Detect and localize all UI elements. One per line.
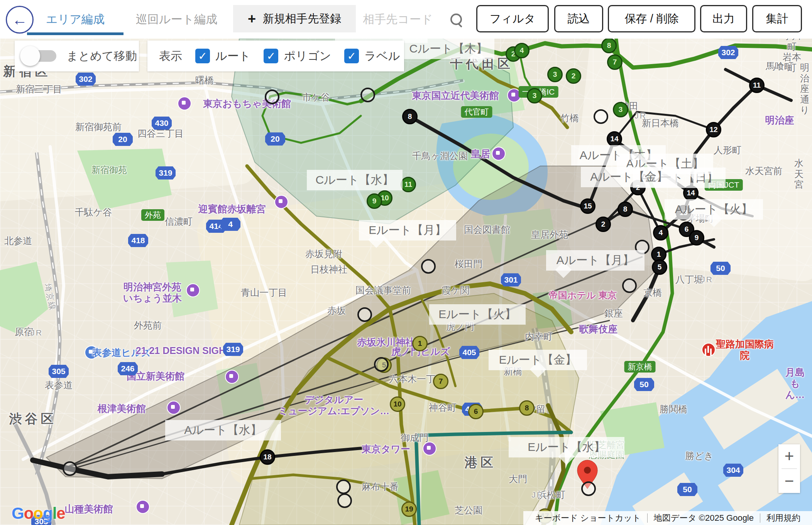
road-number-shield: 319 <box>223 343 243 356</box>
zoom-in-button[interactable]: + <box>778 444 800 468</box>
map-place-label: 北参道 <box>4 235 32 246</box>
road-number-shield: 50 <box>677 483 697 496</box>
aggregate-button[interactable]: 集計 <box>752 5 802 32</box>
display-label: 表示 <box>159 48 182 64</box>
museum-icon[interactable] <box>225 370 239 384</box>
route-stop-marker[interactable]: 8 <box>617 202 633 217</box>
label-checkbox[interactable]: ✓ <box>344 49 359 63</box>
map-place-label: 新宿御苑 <box>91 165 127 175</box>
filter-button[interactable]: フィルタ <box>476 5 549 32</box>
google-logo-letter: o <box>24 504 34 522</box>
route-stop-marker[interactable]: 7 <box>433 374 448 389</box>
route-stop-marker-empty[interactable] <box>336 479 351 494</box>
route-stop-marker-empty[interactable] <box>337 493 352 508</box>
route-stop-marker[interactable]: 12 <box>706 122 721 137</box>
map-place-label: 千駄ケ谷 <box>75 207 112 218</box>
museum-icon[interactable] <box>178 97 191 110</box>
map-place-label: 21 21 DESIGN SIGHT <box>136 345 232 356</box>
route-stop-marker-empty[interactable] <box>63 461 77 476</box>
polygon-checkbox[interactable]: ✓ <box>264 49 278 63</box>
display-options-panel: 表示 ✓ ルート ✓ ポリゴン ✓ ラベル <box>147 41 404 71</box>
route-stop-marker-empty[interactable] <box>594 109 608 124</box>
map-place-label: 曙橋 <box>195 75 214 86</box>
google-logo: Google <box>12 504 65 523</box>
route-stop-marker[interactable]: 9 <box>367 193 382 209</box>
road-number-shield: 304 <box>723 464 743 477</box>
map-place-label: 勝鬨橋 <box>660 404 687 415</box>
google-logo-letter: G <box>12 504 24 522</box>
route-stop-marker-empty[interactable] <box>265 90 279 104</box>
map-place-label: 麻布十番 <box>362 481 399 492</box>
search-icon[interactable] <box>450 14 462 25</box>
map-place-label: 国会図書館 <box>464 224 510 235</box>
route-label[interactable]: Aルート【水】 <box>165 420 281 440</box>
route-stop-marker[interactable]: 10 <box>390 396 405 412</box>
route-stop-marker[interactable]: 8 <box>601 38 617 53</box>
route-stop-marker[interactable]: 3 <box>613 102 628 117</box>
route-stop-marker-empty[interactable] <box>622 278 637 293</box>
map-place-label: 京橋 <box>643 287 662 298</box>
museum-icon[interactable] <box>186 283 200 297</box>
map-place-label: 新宿三丁目 <box>16 84 62 95</box>
route-stop-marker-empty[interactable] <box>357 307 372 322</box>
output-button[interactable]: 出力 <box>700 5 747 32</box>
route-stop-marker[interactable]: 19 <box>401 501 417 517</box>
partner-code-input[interactable] <box>362 12 450 26</box>
route-stop-marker[interactable]: 7 <box>607 54 623 70</box>
museum-icon[interactable] <box>167 401 181 415</box>
map-place-label: 芝公園 <box>455 505 482 516</box>
route-label[interactable]: Cルート【木】 <box>403 39 494 59</box>
route-stop-marker[interactable]: 4 <box>653 225 668 240</box>
route-stop-marker[interactable]: 15 <box>580 198 595 214</box>
route-stop-marker-empty[interactable] <box>581 481 596 496</box>
route-label[interactable]: Eルート【金】 <box>489 350 587 370</box>
map-place-label: 東京タワー <box>362 444 410 455</box>
museum-icon[interactable] <box>492 147 506 161</box>
route-label[interactable]: Cルート【水】 <box>307 170 403 190</box>
map-place-label: 霞ケ関 <box>442 285 470 296</box>
route-stop-marker[interactable]: 2 <box>595 217 611 232</box>
route-label[interactable]: Aルート【火】 <box>665 199 763 220</box>
polygon-checkbox-label: ポリゴン <box>284 48 331 64</box>
load-button[interactable]: 読込 <box>554 5 603 32</box>
museum-icon[interactable] <box>423 442 436 456</box>
map-place-label: JR <box>531 490 544 500</box>
route-stop-marker[interactable]: 1 <box>412 336 428 351</box>
route-stop-marker-empty[interactable] <box>374 357 389 372</box>
route-label[interactable]: Eルート【水】 <box>509 437 624 457</box>
route-stop-marker[interactable]: 4 <box>514 43 529 58</box>
route-label[interactable]: Eルート【月】 <box>359 220 456 240</box>
zoom-out-button[interactable]: − <box>778 469 800 493</box>
route-stop-marker[interactable]: 5 <box>652 259 667 275</box>
route-stop-marker[interactable]: 11 <box>749 78 765 93</box>
route-stop-marker[interactable]: 9 <box>689 230 704 246</box>
museum-icon[interactable] <box>274 195 288 209</box>
route-stop-marker[interactable]: 8 <box>519 400 535 416</box>
terms-of-use-link[interactable]: 利用規約 <box>760 512 807 524</box>
route-stop-marker[interactable]: 14 <box>607 131 622 147</box>
road-number-shield: 430 <box>152 117 172 130</box>
route-stop-marker[interactable]: 2 <box>566 68 581 84</box>
route-label[interactable]: Aルート【月】 <box>546 250 645 271</box>
route-stop-marker[interactable]: 3 <box>527 88 542 103</box>
toggle-knob <box>20 46 40 66</box>
save-delete-button[interactable]: 保存 / 削除 <box>608 5 695 32</box>
route-stop-marker[interactable]: 3 <box>547 67 563 82</box>
road-number-shield: 305 <box>49 365 69 378</box>
route-stop-marker[interactable]: 11 <box>401 177 416 192</box>
route-stop-marker[interactable]: 6 <box>468 404 484 419</box>
route-label[interactable]: Aルート【金】 <box>581 167 677 187</box>
keyboard-shortcuts-link[interactable]: キーボード ショートカット <box>529 512 647 524</box>
tab-junkai-route-hensei[interactable]: 巡回ルート編成 <box>133 0 220 39</box>
new-partner-register-button[interactable]: + 新規相手先登録 <box>233 5 356 32</box>
route-label[interactable]: Eルート【火】 <box>429 304 526 325</box>
map-place-label: 内幸町 <box>525 331 553 342</box>
route-stop-marker-empty[interactable] <box>360 88 375 102</box>
route-checkbox[interactable]: ✓ <box>195 49 210 63</box>
bulk-move-toggle[interactable] <box>23 49 56 63</box>
museum-icon[interactable] <box>136 500 150 514</box>
map-canvas[interactable]: Cルート【月】Cルート【木】Cルート【水】Eルート【月】Aルート【木】Aルート【… <box>0 0 812 525</box>
route-stop-marker[interactable]: 18 <box>260 449 275 465</box>
route-stop-marker[interactable]: 8 <box>402 109 418 124</box>
route-stop-marker-empty[interactable] <box>421 259 436 274</box>
